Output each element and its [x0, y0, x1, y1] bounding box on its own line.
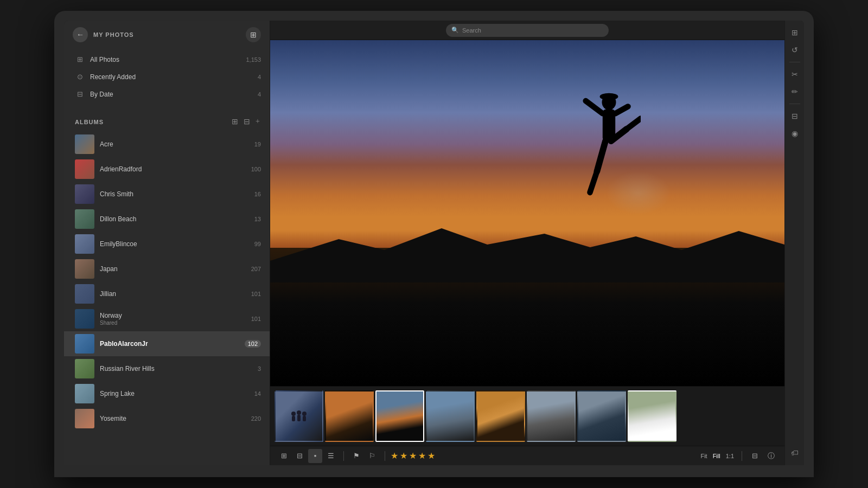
album-thumb-norway	[75, 309, 94, 329]
album-thumb-spring	[75, 384, 94, 403]
info-panel-button[interactable]: ⓘ	[764, 449, 778, 463]
import-button[interactable]: ⊞	[246, 27, 261, 42]
tools-rotate-icon: ↺	[792, 46, 798, 55]
tool-separator-1	[789, 62, 800, 62]
sidebar-item-recently-added[interactable]: ⊙ Recently Added 4	[64, 68, 270, 86]
tools-crop-icon: ✂	[792, 70, 798, 79]
album-name-spring: Spring Lake	[100, 390, 249, 397]
tools-grid-button[interactable]: ⊞	[787, 25, 802, 40]
back-icon: ←	[76, 30, 84, 39]
album-count-norway: 101	[251, 316, 261, 322]
tools-grid-icon: ⊞	[792, 28, 798, 37]
album-item-norway[interactable]: Norway Shared 101	[64, 306, 270, 331]
album-item-adrien[interactable]: AdrienRadford 100	[64, 157, 270, 182]
album-thumb-jillian	[75, 284, 94, 304]
film-thumb-7[interactable]	[577, 390, 626, 442]
film-thumb-bg-8	[629, 391, 675, 441]
star-rating: ★ ★ ★ ★ ★	[391, 451, 435, 461]
compare-button[interactable]: ⊟	[748, 449, 762, 463]
album-count-chris: 16	[254, 191, 261, 197]
albums-grid-view-button[interactable]: ⊞	[231, 116, 239, 127]
by-date-label: By Date	[90, 91, 252, 98]
album-item-japan[interactable]: Japan 207	[64, 256, 270, 281]
albums-actions: ⊞ ⊟ +	[231, 116, 261, 127]
star-4[interactable]: ★	[418, 451, 426, 461]
tools-tag-button[interactable]: 🏷	[787, 446, 802, 461]
albums-add-button[interactable]: +	[254, 116, 261, 127]
tools-circle-button[interactable]: ◉	[787, 126, 802, 141]
album-item-acre[interactable]: Acre 19	[64, 132, 270, 157]
fit-button[interactable]: Fit	[698, 452, 709, 460]
albums-header: ALBUMS ⊞ ⊟ +	[64, 110, 270, 132]
film-thumb-8[interactable]	[628, 390, 676, 442]
album-subtitle-norway: Shared	[100, 320, 246, 326]
album-info-jillian: Jillian	[100, 290, 246, 298]
album-name-russian: Russian River Hills	[100, 365, 252, 373]
svg-rect-15	[303, 416, 306, 421]
album-info-japan: Japan	[100, 265, 246, 273]
zoom-1-1-button[interactable]: 1:1	[724, 452, 736, 460]
grid-view-button[interactable]: ⊞	[277, 449, 291, 463]
svg-line-6	[597, 141, 605, 171]
info-panel-icon: ⓘ	[768, 451, 775, 461]
album-item-russian[interactable]: Russian River Hills 3	[64, 356, 270, 381]
svg-point-12	[297, 410, 301, 415]
film-thumb-4[interactable]	[426, 390, 475, 442]
album-item-jillian[interactable]: Jillian 101	[64, 281, 270, 306]
fill-button[interactable]: Fill	[711, 452, 723, 460]
main-photo	[270, 40, 784, 386]
film-thumb-bg-7	[578, 391, 625, 441]
album-count-acre: 19	[254, 141, 261, 147]
star-1[interactable]: ★	[391, 451, 398, 461]
by-date-count: 4	[258, 91, 261, 98]
sidebar-item-by-date[interactable]: ⊟ By Date 4	[64, 86, 270, 103]
star-5[interactable]: ★	[427, 451, 435, 461]
svg-marker-0	[270, 228, 784, 282]
sidebar-item-all-photos[interactable]: ⊞ All Photos 1,153	[64, 51, 270, 68]
star-3[interactable]: ★	[409, 451, 417, 461]
film-thumb-5[interactable]	[476, 390, 525, 442]
album-name-adrien: AdrienRadford	[100, 165, 246, 173]
film-thumb-2[interactable]	[325, 390, 374, 442]
right-tools-panel: ⊞ ↺ ✂ ✏ ⊟	[784, 21, 804, 465]
album-info-dillon: Dillon Beach	[100, 215, 249, 223]
albums-title: ALBUMS	[75, 119, 226, 125]
recently-added-label: Recently Added	[90, 73, 252, 81]
album-item-pablo[interactable]: PabloAlarconJr 102	[64, 331, 270, 356]
tools-rotate-button[interactable]: ↺	[787, 42, 802, 57]
film-thumb-6[interactable]	[527, 390, 576, 442]
star-2[interactable]: ★	[400, 451, 407, 461]
film-thumb-1[interactable]	[275, 390, 323, 442]
album-name-dillon: Dillon Beach	[100, 215, 249, 223]
album-item-chris[interactable]: Chris Smith 16	[64, 182, 270, 207]
albums-list-view-button[interactable]: ⊟	[242, 116, 251, 127]
toolbar-separator-3	[742, 451, 742, 461]
laptop-outer: ← MY PHOTOS ⊞ ⊞ All Photos 1,153	[54, 11, 814, 477]
tools-adjust-button[interactable]: ✏	[787, 84, 802, 99]
tools-filter-button[interactable]: ⊟	[787, 108, 802, 124]
film-thumb-bg-6	[528, 391, 575, 441]
album-thumb-emily	[75, 234, 94, 254]
svg-rect-11	[292, 416, 295, 421]
list-view-button[interactable]: ☰	[324, 449, 338, 463]
tools-crop-button[interactable]: ✂	[787, 67, 802, 82]
album-thumb-yosemite	[75, 409, 94, 428]
medium-grid-button[interactable]: ⊟	[292, 449, 307, 463]
back-button[interactable]: ←	[73, 27, 88, 42]
album-count-dillon: 13	[254, 216, 261, 222]
album-item-emily[interactable]: EmilyBlincoe 99	[64, 232, 270, 256]
album-item-dillon[interactable]: Dillon Beach 13	[64, 207, 270, 232]
single-view-button[interactable]: ▪	[308, 449, 322, 463]
search-bar[interactable]: 🔍 Search	[446, 24, 609, 37]
album-item-yosemite[interactable]: Yosemite 220	[64, 406, 270, 431]
unflag-button[interactable]: ⚐	[365, 449, 379, 463]
album-item-spring[interactable]: Spring Lake 14	[64, 381, 270, 406]
zoom-controls: Fit Fill 1:1	[698, 452, 736, 460]
bottom-toolbar: ⊞ ⊟ ▪ ☰	[270, 446, 784, 465]
album-info-spring: Spring Lake	[100, 390, 249, 397]
film-thumb-3[interactable]	[375, 390, 424, 442]
flag-button[interactable]: ⚑	[349, 449, 363, 463]
svg-rect-13	[297, 415, 301, 421]
tools-tag-icon: 🏷	[791, 449, 799, 458]
album-thumb-pablo	[75, 334, 94, 354]
